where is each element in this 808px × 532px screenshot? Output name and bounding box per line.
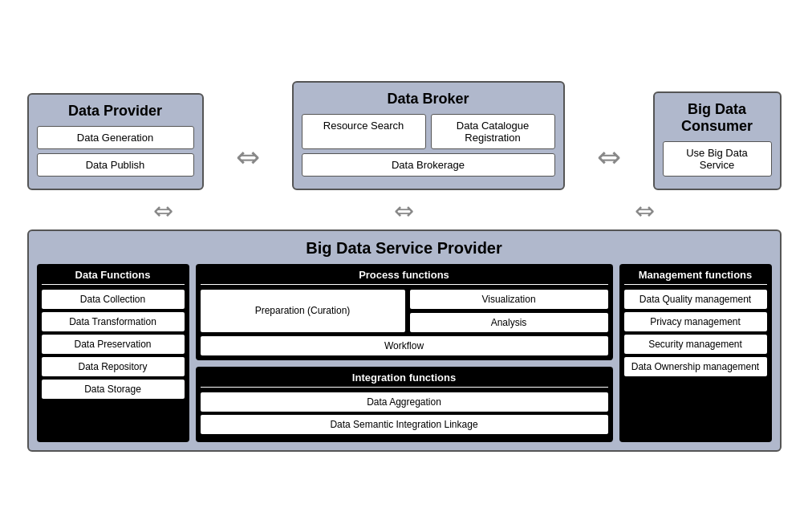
data-preservation-item: Data Preservation	[42, 335, 185, 354]
middle-column: Process functions Preparation (Curation)…	[196, 264, 613, 442]
data-quality-item: Data Quality management	[624, 290, 767, 309]
data-provider-box: Data Provider Data Generation Data Publi…	[27, 93, 204, 190]
down-arrow-2: ⇔	[284, 197, 525, 225]
integration-functions-box: Integration functions Data Aggregation D…	[196, 367, 613, 442]
data-broker-title: Data Broker	[302, 91, 555, 108]
data-ownership-item: Data Ownership management	[624, 357, 767, 376]
data-brokerage-item: Data Brokerage	[302, 153, 555, 177]
down-arrow-1: ⇔	[43, 197, 284, 225]
data-aggregation-item: Data Aggregation	[201, 392, 608, 412]
visualization-item: Visualization	[410, 290, 608, 309]
data-functions-column: Data Functions Data Collection Data Tran…	[37, 264, 189, 442]
preparation-item: Preparation (Curation)	[201, 290, 405, 332]
management-functions-title: Management functions	[624, 269, 767, 285]
resource-search-item: Resource Search	[302, 114, 426, 149]
workflow-item: Workflow	[201, 336, 608, 355]
data-generation-item: Data Generation	[37, 126, 194, 149]
bdsp-title: Big Data Service Provider	[37, 239, 772, 258]
process-functions-box: Process functions Preparation (Curation)…	[196, 264, 613, 360]
security-management-item: Security management	[624, 335, 767, 354]
viz-analysis-col: Visualization Analysis	[410, 290, 608, 332]
integration-functions-title: Integration functions	[201, 372, 608, 388]
data-publish-item: Data Publish	[37, 153, 194, 177]
privacy-management-item: Privacy management	[624, 312, 767, 331]
process-functions-inner: Preparation (Curation) Visualization Ana…	[201, 290, 608, 332]
process-functions-title: Process functions	[201, 269, 608, 285]
data-catalogue-item: Data Catalogue Registration	[431, 114, 555, 149]
use-big-data-item: Use Big Data Service	[663, 141, 772, 177]
down-arrow-3: ⇔	[525, 197, 765, 225]
data-broker-box: Data Broker Resource Search Data Catalog…	[292, 81, 565, 190]
data-storage-item: Data Storage	[42, 380, 185, 399]
arrow-provider-broker: ⇔	[236, 140, 260, 190]
big-data-consumer-title: Big Data Consumer	[663, 101, 772, 135]
data-collection-item: Data Collection	[42, 290, 185, 309]
broker-top-row: Resource Search Data Catalogue Registrat…	[302, 114, 555, 149]
middle-arrows: ⇔ ⇔ ⇔	[27, 197, 782, 225]
arrow-broker-consumer: ⇔	[597, 140, 621, 190]
data-semantic-item: Data Semantic Integration Linkage	[201, 415, 608, 434]
bdsp-box: Big Data Service Provider Data Functions…	[27, 229, 782, 452]
data-functions-title: Data Functions	[42, 269, 185, 285]
bdsp-inner: Data Functions Data Collection Data Tran…	[37, 264, 772, 442]
big-data-consumer-box: Big Data Consumer Use Big Data Service	[653, 91, 782, 190]
data-transformation-item: Data Transformation	[42, 312, 185, 331]
management-functions-column: Management functions Data Quality manage…	[619, 264, 772, 442]
data-provider-title: Data Provider	[37, 103, 194, 120]
main-diagram: Data Provider Data Generation Data Publi…	[19, 73, 790, 460]
data-repository-item: Data Repository	[42, 357, 185, 376]
top-row: Data Provider Data Generation Data Publi…	[27, 81, 782, 190]
analysis-item: Analysis	[410, 313, 608, 332]
